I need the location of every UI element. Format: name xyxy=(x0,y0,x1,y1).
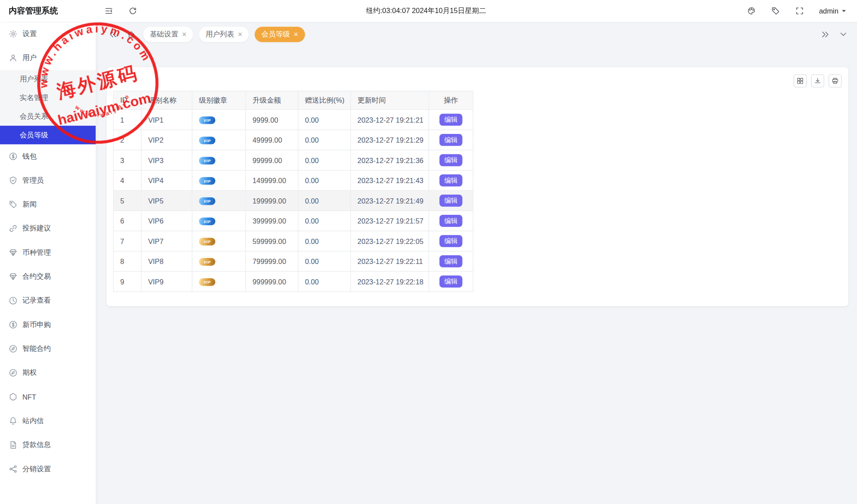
edit-button[interactable]: 编辑 xyxy=(440,255,463,267)
sidebar-item-currency[interactable]: 币种管理 xyxy=(0,240,96,264)
cell-ratio: 0.00 xyxy=(298,110,351,130)
sidebar-item-admin[interactable]: 管理员 xyxy=(0,168,96,192)
sidebar-item-news[interactable]: 新闻 xyxy=(0,192,96,216)
col-id: ID xyxy=(113,91,141,110)
clock-icon xyxy=(9,296,17,305)
sidebar-item-distribution[interactable]: 分销设置 xyxy=(0,457,96,481)
vip-badge: VIP xyxy=(199,218,216,226)
cell-amount: 399999.00 xyxy=(246,211,298,231)
vip-badge: VIP xyxy=(199,177,216,185)
bell-icon xyxy=(9,417,17,425)
fullscreen-icon[interactable] xyxy=(795,7,804,15)
theme-palette-icon[interactable] xyxy=(747,7,756,15)
sidebar-item-new-coin[interactable]: 新币申购 xyxy=(0,313,96,337)
tab-user-list[interactable]: 用户列表 × xyxy=(199,27,249,42)
sidebar-item-contract-trade[interactable]: 合约交易 xyxy=(0,264,96,288)
edit-button[interactable]: 编辑 xyxy=(440,154,463,166)
sidebar-item-wallet[interactable]: 钱包 xyxy=(0,144,96,168)
cell-updated: 2023-12-27 19:22:05 xyxy=(350,231,429,251)
cell-id: 6 xyxy=(113,211,141,231)
cell-updated: 2023-12-27 19:21:36 xyxy=(350,150,429,170)
edit-button[interactable]: 编辑 xyxy=(440,174,463,187)
sidebar-subitem-member-level[interactable]: 会员等级 xyxy=(0,126,96,144)
cell-updated: 2023-12-27 19:21:21 xyxy=(350,110,429,130)
tab-member-level[interactable]: 会员等级 × xyxy=(255,27,305,42)
cell-ratio: 0.00 xyxy=(298,231,351,251)
close-icon[interactable]: × xyxy=(182,30,187,38)
cell-badge: VIP xyxy=(192,271,246,292)
sidebar-item-loan[interactable]: 贷款信息 xyxy=(0,433,96,457)
user-menu[interactable]: admin xyxy=(819,7,847,15)
cell-level-name: VIP8 xyxy=(141,251,192,272)
cell-actions: 编辑 xyxy=(429,150,473,170)
cell-badge: VIP xyxy=(192,211,246,231)
edit-button[interactable]: 编辑 xyxy=(440,215,463,227)
sidebar-item-nft[interactable]: NFT xyxy=(0,385,96,409)
sidebar-subitem-realname[interactable]: 实名管理 xyxy=(0,89,96,107)
sidebar-item-smart-contract[interactable]: 智能合约 xyxy=(0,337,96,360)
tag-icon[interactable] xyxy=(771,7,780,15)
cell-actions: 编辑 xyxy=(429,190,473,211)
cell-level-name: VIP7 xyxy=(141,231,192,251)
tabs-scroll-right-icon[interactable] xyxy=(819,28,831,40)
edit-button[interactable]: 编辑 xyxy=(440,235,463,247)
col-updated: 更新时间 xyxy=(350,91,429,110)
cell-level-name: VIP1 xyxy=(141,110,192,130)
cell-id: 4 xyxy=(113,170,141,191)
cell-amount: 149999.00 xyxy=(246,170,298,191)
vip-badge: VIP xyxy=(199,157,216,165)
col-actions: 操作 xyxy=(429,91,473,110)
vip-badge: VIP xyxy=(199,137,216,145)
print-button[interactable] xyxy=(829,74,842,87)
export-button[interactable] xyxy=(811,74,824,87)
cell-ratio: 0.00 xyxy=(298,190,351,211)
hexagon-icon xyxy=(9,393,17,401)
edit-button[interactable]: 编辑 xyxy=(440,194,463,207)
tabs-scroll-left-icon[interactable] xyxy=(107,28,119,40)
tab-basic-settings[interactable]: 基础设置 × xyxy=(143,27,193,42)
edit-button[interactable]: 编辑 xyxy=(440,276,463,288)
edit-button[interactable]: 编辑 xyxy=(440,113,463,126)
tabs-menu-icon[interactable] xyxy=(837,28,850,40)
gem-icon xyxy=(9,248,17,257)
sidebar-item-messages[interactable]: 站内信 xyxy=(0,409,96,433)
cell-badge: VIP xyxy=(192,110,246,130)
close-icon[interactable]: × xyxy=(238,30,242,38)
cell-id: 9 xyxy=(113,271,141,292)
cell-badge: VIP xyxy=(192,231,246,251)
cell-ratio: 0.00 xyxy=(298,251,351,272)
gear-icon xyxy=(9,30,17,38)
table-row: 5 VIP5 VIP 199999.00 0.00 2023-12-27 19:… xyxy=(113,190,473,211)
column-settings-button[interactable] xyxy=(794,74,807,87)
member-level-table: ID 级别名称 级别徽章 升级金额 赠送比例(%) 更新时间 操作 1 VIP1 xyxy=(113,91,473,292)
vip-badge: VIP xyxy=(199,117,216,124)
vip-badge: VIP xyxy=(199,258,216,266)
shield-icon xyxy=(9,176,17,185)
dollar-icon xyxy=(9,320,17,329)
table-row: 3 VIP3 VIP 99999.00 0.00 2023-12-27 19:2… xyxy=(113,150,473,170)
refresh-icon[interactable] xyxy=(128,7,137,15)
sidebar-item-feedback[interactable]: 投拆建议 xyxy=(0,217,96,240)
sidebar-item-options[interactable]: 期权 xyxy=(0,361,96,385)
cell-actions: 编辑 xyxy=(429,130,473,150)
sidebar-item-records[interactable]: 记录查看 xyxy=(0,289,96,313)
cell-id: 1 xyxy=(113,110,141,130)
home-tab-button[interactable] xyxy=(125,28,137,40)
sidebar-item-users[interactable]: 用户 xyxy=(0,46,96,70)
cell-updated: 2023-12-27 19:22:11 xyxy=(350,251,429,272)
sidebar: 设置 用户 用户列表 实名管理 会员关系 会员等级 钱包 管理员 新闻 投拆建议 xyxy=(0,22,96,504)
sidebar-subitem-user-list[interactable]: 用户列表 xyxy=(0,70,96,89)
cell-badge: VIP xyxy=(192,130,246,150)
edit-button[interactable]: 编辑 xyxy=(440,134,463,146)
tab-bar: 基础设置 × 用户列表 × 会员等级 × xyxy=(96,22,857,43)
cell-updated: 2023-12-27 19:21:57 xyxy=(350,211,429,231)
sidebar-subitem-member-relation[interactable]: 会员关系 xyxy=(0,107,96,126)
cell-actions: 编辑 xyxy=(429,231,473,251)
col-badge: 级别徽章 xyxy=(192,91,246,110)
menu-fold-icon[interactable] xyxy=(104,7,113,15)
app-window: 内容管理系统 纽约:03:04:07 2024年10月15日星期二 admin … xyxy=(0,0,857,504)
close-icon[interactable]: × xyxy=(293,30,298,38)
cell-badge: VIP xyxy=(192,150,246,170)
cell-level-name: VIP9 xyxy=(141,271,192,292)
sidebar-item-settings[interactable]: 设置 xyxy=(0,22,96,46)
